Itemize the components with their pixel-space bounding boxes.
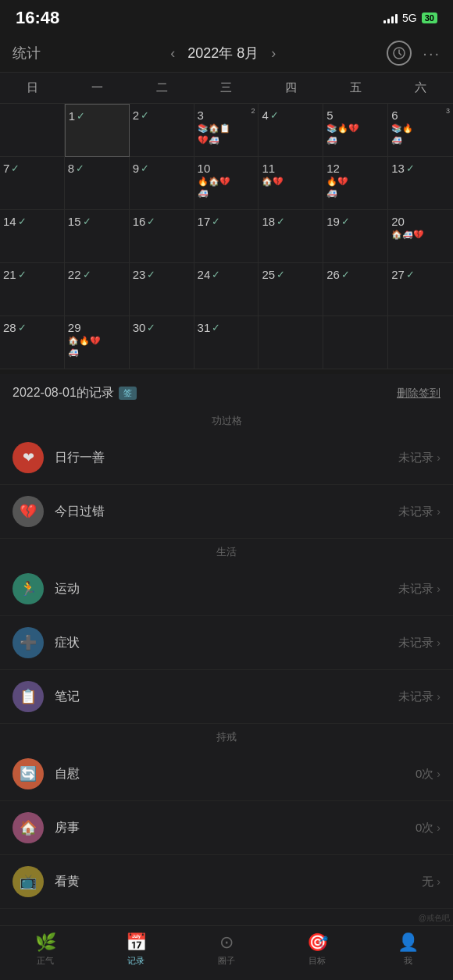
- month-nav: ‹ 2022年 8月 ›: [59, 44, 387, 62]
- prev-month-button[interactable]: ‹: [170, 45, 175, 62]
- calendar-cell[interactable]: 25✓: [259, 263, 323, 316]
- nav-item-目标[interactable]: 🎯目标: [272, 926, 362, 972]
- weekday-sun: 日: [0, 73, 65, 103]
- item-value: 未记录›: [398, 636, 441, 650]
- weekday-wed: 三: [194, 73, 259, 103]
- item-label: 房事: [55, 820, 416, 836]
- calendar-cell[interactable]: 15✓: [65, 210, 130, 263]
- calendar-cell[interactable]: 2✓: [130, 104, 194, 157]
- current-month: 2022年 8月: [187, 44, 259, 62]
- calendar-cell[interactable]: 8✓: [65, 157, 130, 210]
- record-item[interactable]: 📺看黄无›: [0, 855, 453, 909]
- nav-item-圈子[interactable]: ⊙圈子: [181, 926, 272, 972]
- calendar-cell[interactable]: 12🔥💔🚑: [323, 157, 388, 210]
- delete-button[interactable]: 删除签到: [397, 387, 441, 401]
- calendar-cell[interactable]: 14✓: [0, 210, 65, 263]
- calendar-cell[interactable]: [259, 316, 323, 369]
- record-item[interactable]: ❤日行一善未记录›: [0, 431, 453, 485]
- next-month-button[interactable]: ›: [271, 45, 276, 62]
- weekday-header: 日 一 二 三 四 五 六: [0, 73, 453, 104]
- calendar-cell[interactable]: 6📚🔥3🚑: [388, 104, 453, 157]
- calendar-cell[interactable]: 27✓: [388, 263, 453, 316]
- calendar-cell[interactable]: 7✓: [0, 157, 65, 210]
- calendar-cell[interactable]: [388, 316, 453, 369]
- calendar-cell[interactable]: 10🔥🏠💔🚑: [194, 157, 259, 210]
- record-item[interactable]: 📋笔记未记录›: [0, 670, 453, 724]
- nav-item-正气[interactable]: 🌿正气: [0, 926, 91, 972]
- calendar-cell[interactable]: 9✓: [130, 157, 194, 210]
- calendar-cell[interactable]: 29🏠🔥💔🚑: [65, 316, 130, 369]
- item-value: 未记录›: [398, 690, 441, 704]
- chevron-icon: ›: [437, 583, 441, 595]
- section-label: 持戒: [0, 724, 453, 747]
- section-label: 功过格: [0, 408, 453, 431]
- calendar-cell[interactable]: 5📚🔥💔🚑: [323, 104, 388, 157]
- calendar-cell[interactable]: 11🏠💔: [259, 157, 323, 210]
- calendar-grid: 1✓2✓3📚🏠📋2💔🚑4✓5📚🔥💔🚑6📚🔥3🚑7✓8✓9✓10🔥🏠💔🚑11🏠💔1…: [0, 104, 453, 369]
- item-value: 未记录›: [398, 504, 441, 519]
- item-value: 0次›: [416, 821, 441, 836]
- calendar-cell[interactable]: 18✓: [259, 210, 323, 263]
- record-date-text: 2022-08-01的记录: [12, 385, 114, 401]
- tag-badge[interactable]: 签: [119, 387, 137, 400]
- calendar-cell[interactable]: 3📚🏠📋2💔🚑: [194, 104, 259, 157]
- bottom-nav: 🌿正气📅记录⊙圈子🎯目标👤我: [0, 925, 453, 980]
- more-button[interactable]: ···: [423, 45, 441, 62]
- calendar-cell[interactable]: 17✓: [194, 210, 259, 263]
- record-item[interactable]: 🔄自慰0次›: [0, 747, 453, 801]
- weekday-thu: 四: [259, 73, 323, 103]
- record-items-container: 功过格❤日行一善未记录›💔今日过错未记录›生活🏃运动未记录›➕症状未记录›📋笔记…: [0, 408, 453, 909]
- item-icon: 🏠: [12, 812, 44, 843]
- record-header: 2022-08-01的记录 签 删除签到: [0, 374, 453, 408]
- item-label: 症状: [55, 635, 398, 651]
- calendar-cell[interactable]: 4✓: [259, 104, 323, 157]
- status-time: 16:48: [16, 8, 59, 28]
- nav-icon: 👤: [398, 932, 419, 953]
- calendar-cell[interactable]: 13✓: [388, 157, 453, 210]
- weekday-sat: 六: [388, 73, 453, 103]
- calendar-cell[interactable]: 23✓: [130, 263, 194, 316]
- nav-icon: 📅: [126, 932, 147, 953]
- item-icon: 📺: [12, 866, 44, 897]
- header-actions: ···: [387, 41, 441, 66]
- nav-label: 记录: [127, 955, 144, 967]
- item-icon: 🔄: [12, 758, 44, 789]
- calendar-cell[interactable]: 1✓: [65, 104, 130, 157]
- calendar-cell[interactable]: 16✓: [130, 210, 194, 263]
- chevron-icon: ›: [437, 451, 441, 464]
- record-date: 2022-08-01的记录 签: [12, 385, 137, 401]
- status-right: 5G 30: [383, 12, 437, 24]
- record-item[interactable]: 💔今日过错未记录›: [0, 485, 453, 539]
- record-item[interactable]: 🏃运动未记录›: [0, 562, 453, 616]
- calendar-cell[interactable]: 21✓: [0, 263, 65, 316]
- calendar-cell[interactable]: 30✓: [130, 316, 194, 369]
- calendar-cell[interactable]: 19✓: [323, 210, 388, 263]
- nav-item-记录[interactable]: 📅记录: [91, 926, 181, 972]
- record-item[interactable]: 🏠房事0次›: [0, 801, 453, 855]
- calendar-cell[interactable]: [323, 316, 388, 369]
- calendar-cell[interactable]: 31✓: [194, 316, 259, 369]
- chevron-icon: ›: [437, 690, 441, 703]
- chevron-icon: ›: [437, 875, 441, 888]
- watermark: @戒色吧: [419, 913, 450, 924]
- calendar-cell[interactable]: 28✓: [0, 316, 65, 369]
- item-icon: 📋: [12, 681, 44, 712]
- item-label: 看黄: [55, 874, 422, 890]
- calendar-cell[interactable]: 26✓: [323, 263, 388, 316]
- weekday-fri: 五: [323, 73, 388, 103]
- calendar-cell[interactable]: 24✓: [194, 263, 259, 316]
- today-button[interactable]: [387, 41, 412, 66]
- calendar-cell[interactable]: 20🏠🚑💔: [388, 210, 453, 263]
- item-label: 自慰: [55, 766, 416, 782]
- nav-label: 我: [404, 955, 412, 967]
- nav-label: 目标: [309, 955, 326, 967]
- calendar-cell[interactable]: 22✓: [65, 263, 130, 316]
- calendar-cell[interactable]: [0, 104, 65, 157]
- record-item[interactable]: ➕症状未记录›: [0, 616, 453, 670]
- chevron-icon: ›: [437, 768, 441, 780]
- item-label: 日行一善: [55, 450, 398, 466]
- item-label: 今日过错: [55, 504, 398, 520]
- nav-icon: 🎯: [307, 932, 328, 953]
- nav-item-我[interactable]: 👤我: [362, 926, 453, 972]
- nav-label: 正气: [37, 955, 54, 967]
